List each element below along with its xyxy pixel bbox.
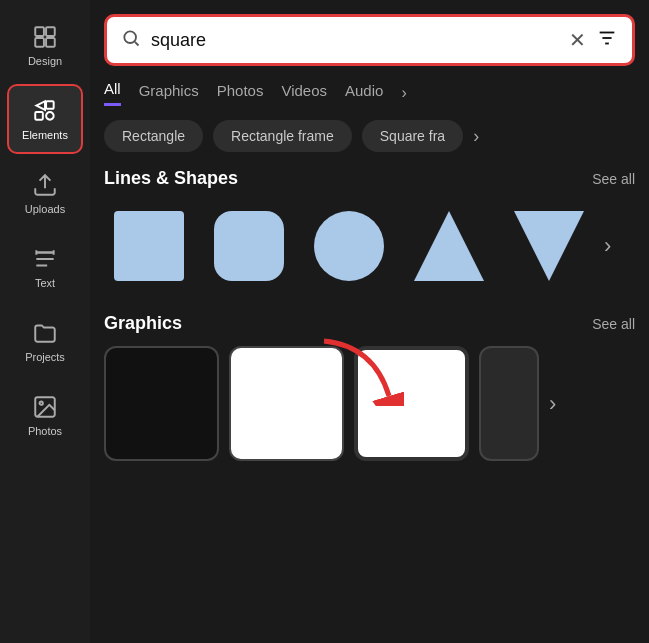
chips-row: Rectangle Rectangle frame Square fra › bbox=[104, 120, 635, 152]
tab-audio[interactable]: Audio bbox=[345, 82, 383, 105]
sidebar-item-text[interactable]: Text bbox=[7, 232, 83, 302]
search-bar: square ✕ bbox=[104, 14, 635, 66]
sidebar-item-elements-label: Elements bbox=[22, 129, 68, 141]
chips-chevron-icon[interactable]: › bbox=[473, 126, 479, 147]
graphics-chevron-icon[interactable]: › bbox=[549, 391, 556, 417]
sidebar-item-uploads[interactable]: Uploads bbox=[7, 158, 83, 228]
svg-rect-4 bbox=[46, 101, 54, 109]
sidebar: Design Elements Uploads Text Projects bbox=[0, 0, 90, 643]
chip-rectangle[interactable]: Rectangle bbox=[104, 120, 203, 152]
graphic-black-square[interactable] bbox=[104, 346, 219, 461]
lines-shapes-title: Lines & Shapes bbox=[104, 168, 238, 189]
svg-marker-17 bbox=[514, 211, 584, 281]
graphic-partial[interactable] bbox=[479, 346, 539, 461]
tab-graphics[interactable]: Graphics bbox=[139, 82, 199, 105]
sidebar-item-projects[interactable]: Projects bbox=[7, 306, 83, 376]
graphics-header: Graphics See all bbox=[104, 313, 635, 334]
lines-shapes-see-all[interactable]: See all bbox=[592, 171, 635, 187]
tab-videos[interactable]: Videos bbox=[281, 82, 327, 105]
sidebar-item-design[interactable]: Design bbox=[7, 10, 83, 80]
shapes-chevron-icon[interactable]: › bbox=[604, 233, 611, 259]
shape-circle[interactable] bbox=[304, 201, 394, 291]
svg-point-15 bbox=[314, 211, 384, 281]
svg-rect-2 bbox=[35, 38, 44, 47]
svg-rect-13 bbox=[114, 211, 184, 281]
tab-photos[interactable]: Photos bbox=[217, 82, 264, 105]
sidebar-item-text-label: Text bbox=[35, 277, 55, 289]
shape-triangle-up[interactable] bbox=[404, 201, 494, 291]
tabs-chevron-icon[interactable]: › bbox=[401, 84, 406, 102]
sidebar-item-elements[interactable]: Elements bbox=[7, 84, 83, 154]
shape-rounded-square[interactable] bbox=[204, 201, 294, 291]
svg-marker-16 bbox=[414, 211, 484, 281]
main-content: square ✕ All Graphics Photos Videos Audi… bbox=[90, 0, 649, 643]
svg-point-9 bbox=[124, 31, 136, 43]
svg-point-8 bbox=[40, 401, 43, 404]
search-input[interactable]: square bbox=[151, 30, 559, 51]
svg-rect-0 bbox=[35, 27, 44, 36]
search-icon bbox=[121, 28, 141, 52]
tabs-row: All Graphics Photos Videos Audio › bbox=[104, 80, 635, 108]
svg-rect-1 bbox=[46, 27, 55, 36]
graphics-see-all[interactable]: See all bbox=[592, 316, 635, 332]
chip-square-frame[interactable]: Square fra bbox=[362, 120, 463, 152]
sidebar-item-design-label: Design bbox=[28, 55, 62, 67]
shape-square[interactable] bbox=[104, 201, 194, 291]
graphics-title: Graphics bbox=[104, 313, 182, 334]
sidebar-item-projects-label: Projects bbox=[25, 351, 65, 363]
svg-rect-5 bbox=[35, 112, 43, 120]
shapes-row: › bbox=[104, 201, 635, 291]
sidebar-item-uploads-label: Uploads bbox=[25, 203, 65, 215]
shape-triangle-down[interactable] bbox=[504, 201, 594, 291]
filter-icon[interactable] bbox=[596, 27, 618, 53]
clear-search-icon[interactable]: ✕ bbox=[569, 28, 586, 52]
red-arrow bbox=[314, 336, 404, 410]
tab-all[interactable]: All bbox=[104, 80, 121, 106]
lines-shapes-header: Lines & Shapes See all bbox=[104, 168, 635, 189]
svg-point-6 bbox=[46, 112, 54, 120]
chip-rectangle-frame[interactable]: Rectangle frame bbox=[213, 120, 352, 152]
svg-rect-14 bbox=[214, 211, 284, 281]
svg-rect-3 bbox=[46, 38, 55, 47]
sidebar-item-photos[interactable]: Photos bbox=[7, 380, 83, 450]
sidebar-item-photos-label: Photos bbox=[28, 425, 62, 437]
